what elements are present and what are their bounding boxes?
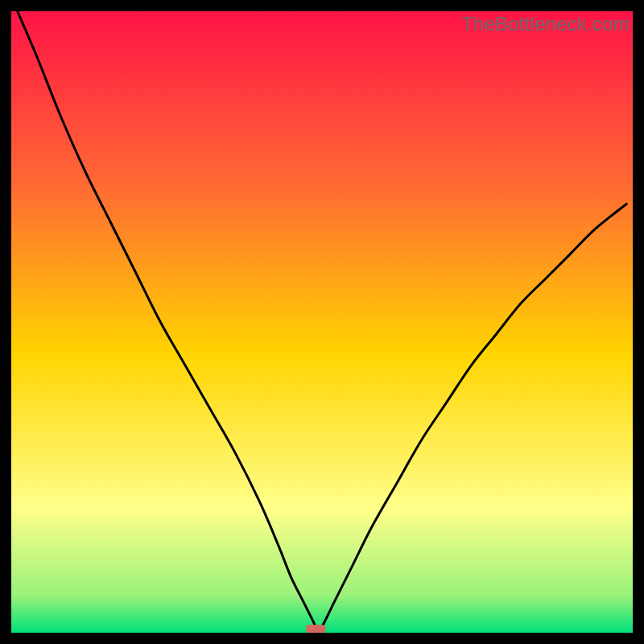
chart-container: TheBottleneck.com [0, 0, 644, 644]
minimum-marker [306, 625, 326, 633]
plot-area [11, 11, 633, 633]
bottleneck-chart [11, 11, 633, 633]
gradient-background [11, 11, 633, 633]
watermark-text: TheBottleneck.com [461, 13, 630, 35]
